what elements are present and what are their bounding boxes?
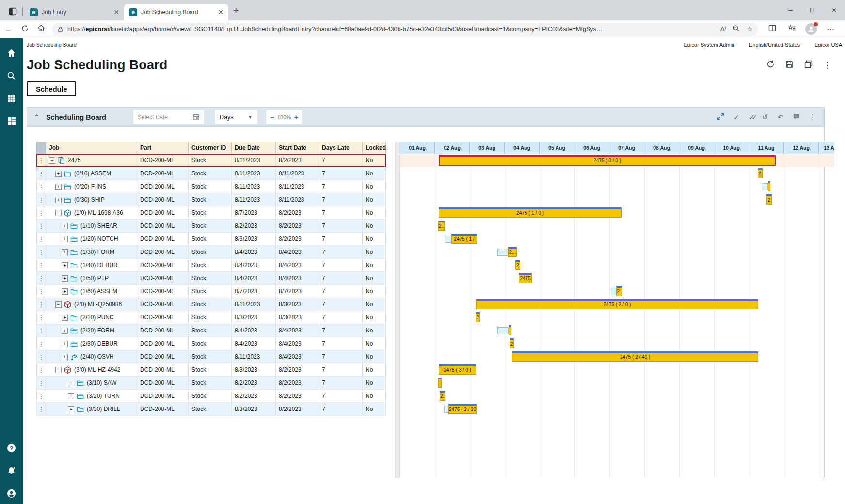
browser-tab-job-entry[interactable]: e Job Entry ✕ — [25, 4, 124, 20]
gantt-bar[interactable]: 2... — [508, 247, 517, 257]
job-cell[interactable]: +(2/40) OSVH — [46, 350, 137, 363]
undo-icon[interactable]: ↶ — [777, 113, 783, 121]
fullscreen-icon[interactable] — [717, 113, 724, 121]
row-drag-handle-icon[interactable]: ⋮ — [36, 220, 46, 232]
session-user[interactable]: Epicor System Admin — [684, 42, 734, 47]
row-drag-handle-icon[interactable]: ⋮ — [36, 206, 46, 219]
panel-menu-icon[interactable]: ⋮ — [809, 113, 816, 121]
expand-toggle-icon[interactable]: + — [62, 288, 68, 295]
row-drag-handle-icon[interactable]: ⋮ — [36, 298, 46, 311]
collapse-toggle-icon[interactable]: − — [49, 158, 55, 164]
collapse-toggle-icon[interactable]: − — [55, 210, 62, 216]
new-tab-button[interactable]: + — [233, 5, 239, 16]
table-row[interactable]: ⋮+(1/50) PTPDCD-200-MLStock8/4/20238/4/2… — [36, 272, 386, 285]
user-profile-icon[interactable] — [7, 488, 16, 498]
table-row[interactable]: ⋮+(2/20) FORMDCD-200-MLStock8/4/20238/4/… — [36, 324, 386, 337]
gantt-bar[interactable]: 2475 ( 3 / 30 — [448, 404, 477, 414]
column-header-start-date[interactable]: Start Date — [276, 142, 319, 154]
collapse-toggle-icon[interactable]: − — [55, 367, 62, 373]
restore-layout-icon[interactable] — [804, 60, 813, 70]
job-cell[interactable]: −2475 — [46, 154, 137, 167]
gantt-bar[interactable]: 2475 — [519, 273, 532, 283]
home-icon[interactable] — [33, 24, 49, 34]
gantt-bar[interactable]: 2475 ( 1 / — [451, 234, 477, 244]
job-cell[interactable]: +(1/40) DEBUR — [46, 259, 137, 271]
gantt-bar[interactable]: 2475 ( 1 / 0 ) — [439, 207, 622, 218]
table-row[interactable]: ⋮+(0/30) SHIPDCD-200-MLStock8/11/20238/1… — [36, 193, 386, 206]
expand-toggle-icon[interactable]: + — [55, 171, 62, 177]
column-header-part[interactable]: Part — [137, 142, 189, 154]
expand-toggle-icon[interactable]: + — [62, 315, 68, 321]
job-cell[interactable]: +(0/10) ASSEM — [46, 167, 137, 180]
browser-profile-avatar[interactable] — [805, 23, 817, 35]
zoom-out-icon[interactable] — [733, 25, 740, 33]
gantt-bar[interactable]: 2475 ( 3 / 0 ) — [439, 364, 476, 375]
column-header-locked[interactable]: Locked — [363, 142, 386, 154]
gantt-setup-block[interactable] — [445, 236, 451, 243]
gantt-bar[interactable]: 2475 ( 2 / 0 ) — [476, 299, 758, 309]
job-cell[interactable]: +(1/10) SHEAR — [46, 220, 137, 232]
close-tab-icon[interactable]: ✕ — [113, 8, 119, 16]
save-icon[interactable] — [785, 60, 794, 70]
expand-toggle-icon[interactable]: + — [62, 236, 68, 242]
table-row[interactable]: ⋮−(1/0) ML-1698-A36DCD-200-MLStock8/7/20… — [36, 206, 386, 220]
collapse-toggle-icon[interactable]: − — [55, 301, 62, 308]
expand-toggle-icon[interactable]: + — [62, 328, 68, 334]
gantt-setup-block[interactable] — [611, 288, 616, 295]
job-cell[interactable]: +(1/20) NOTCH — [46, 233, 137, 245]
favorite-star-icon[interactable]: ☆ — [747, 25, 753, 33]
expand-toggle-icon[interactable]: + — [62, 262, 68, 268]
close-tab-icon[interactable]: ✕ — [218, 8, 223, 16]
gantt-bar[interactable]: 2... — [438, 220, 445, 231]
browser-tab-job-scheduling-board[interactable]: e Job Scheduling Board ✕ — [124, 4, 228, 20]
home-nav-icon[interactable] — [7, 48, 16, 58]
row-drag-handle-icon[interactable]: ⋮ — [36, 311, 46, 324]
row-drag-handle-icon[interactable]: ⋮ — [36, 363, 46, 376]
accept-icon[interactable]: ✓ — [733, 113, 740, 121]
row-drag-handle-icon[interactable]: ⋮ — [36, 233, 46, 245]
job-cell[interactable]: +(1/50) PTP — [46, 272, 137, 284]
gantt-bar[interactable]: 2 — [515, 260, 520, 270]
row-drag-handle-icon[interactable]: ⋮ — [36, 377, 46, 389]
search-nav-icon[interactable] — [7, 71, 16, 80]
job-cell[interactable]: +(1/60) ASSEM — [46, 285, 137, 298]
reset-icon[interactable]: ↺ — [762, 113, 768, 121]
table-row[interactable]: ⋮+(0/10) ASSEMDCD-200-MLStock8/11/20238/… — [36, 167, 386, 180]
schedule-button[interactable]: Schedule — [27, 81, 76, 96]
expand-toggle-icon[interactable]: + — [68, 406, 74, 412]
minimize-button[interactable]: ─ — [780, 0, 801, 20]
job-cell[interactable]: +(0/20) F-INS — [46, 180, 137, 193]
gantt-setup-block[interactable] — [497, 327, 509, 334]
table-row[interactable]: ⋮+(3/30) DRILLDCD-200-MLStock8/3/20238/2… — [36, 403, 386, 416]
overflow-menu-icon[interactable]: ⋮ — [823, 61, 831, 69]
expand-toggle-icon[interactable]: + — [62, 341, 68, 347]
column-header-customer[interactable]: Customer ID — [189, 142, 232, 154]
accept-all-icon[interactable]: ✓✓ — [749, 113, 753, 121]
job-cell[interactable]: +(3/20) TURN — [46, 390, 137, 402]
table-row[interactable]: ⋮+(2/40) OSVHDCD-200-MLStock8/11/20238/4… — [36, 350, 386, 363]
job-cell[interactable]: +(2/10) PUNC — [46, 311, 137, 324]
table-row[interactable]: ⋮+(0/20) F-INSDCD-200-MLStock8/11/20238/… — [36, 180, 386, 193]
expand-toggle-icon[interactable]: + — [55, 184, 62, 190]
zoom-in-button[interactable]: + — [294, 113, 298, 121]
table-row[interactable]: ⋮+(1/20) NOTCHDCD-200-MLStock8/3/20238/2… — [36, 233, 386, 246]
table-row[interactable]: ⋮+(3/20) TURNDCD-200-MLStock8/2/20238/2/… — [36, 390, 386, 403]
address-bar[interactable]: https://epicorsi/kinetic/apps/erp/home/#… — [52, 23, 758, 36]
zoom-out-button[interactable]: − — [270, 113, 274, 121]
expand-toggle-icon[interactable]: + — [68, 380, 74, 386]
row-drag-handle-icon[interactable]: ⋮ — [36, 180, 46, 193]
row-drag-handle-icon[interactable]: ⋮ — [36, 259, 46, 271]
row-drag-handle-icon[interactable]: ⋮ — [36, 272, 46, 284]
table-row[interactable]: ⋮−(2/0) ML-Q250986DCD-200-MLStock8/11/20… — [36, 298, 386, 311]
split-screen-icon[interactable] — [763, 24, 782, 34]
job-cell[interactable]: +(3/10) SAW — [46, 377, 137, 389]
gantt-bar[interactable]: 2 — [476, 312, 480, 322]
row-drag-handle-icon[interactable]: ⋮ — [36, 246, 46, 258]
job-cell[interactable]: +(3/30) DRILL — [46, 403, 137, 415]
gantt-bar[interactable] — [509, 325, 511, 335]
job-cell[interactable]: +(2/20) FORM — [46, 324, 137, 337]
comment-icon[interactable] — [793, 113, 800, 121]
refresh-icon[interactable] — [16, 25, 33, 34]
job-cell[interactable]: −(3/0) ML-HZ-4942 — [46, 363, 137, 376]
gantt-bar[interactable]: 2... — [616, 286, 622, 296]
